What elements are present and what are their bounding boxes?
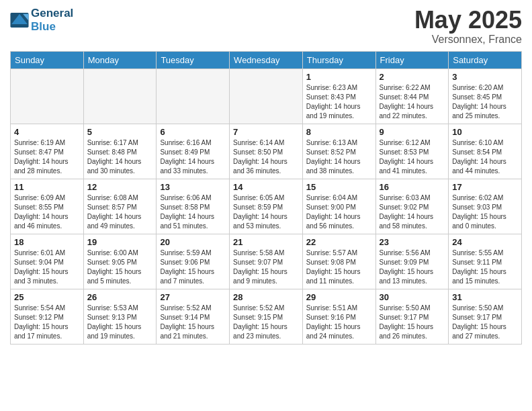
day-info: Sunrise: 5:56 AM Sunset: 9:09 PM Dayligh… xyxy=(380,248,445,286)
day-info: Sunrise: 6:23 AM Sunset: 8:43 PM Dayligh… xyxy=(306,83,372,121)
table-row: 4Sunrise: 6:19 AM Sunset: 8:47 PM Daylig… xyxy=(11,124,84,179)
table-row: 7Sunrise: 6:14 AM Sunset: 8:50 PM Daylig… xyxy=(230,124,303,179)
table-row: 3Sunrise: 6:20 AM Sunset: 8:45 PM Daylig… xyxy=(449,68,522,124)
day-number: 26 xyxy=(87,292,153,302)
day-number: 13 xyxy=(160,182,226,192)
day-number: 28 xyxy=(233,292,299,302)
day-number: 20 xyxy=(160,237,226,247)
table-row: 5Sunrise: 6:17 AM Sunset: 8:48 PM Daylig… xyxy=(83,124,157,179)
table-row xyxy=(230,68,303,124)
day-info: Sunrise: 6:05 AM Sunset: 8:59 PM Dayligh… xyxy=(233,193,299,231)
day-number: 4 xyxy=(14,127,80,137)
table-row: 8Sunrise: 6:13 AM Sunset: 8:52 PM Daylig… xyxy=(302,124,375,179)
logo-icon xyxy=(10,13,29,28)
table-row: 30Sunrise: 5:50 AM Sunset: 9:17 PM Dayli… xyxy=(375,289,449,344)
calendar-week-row: 4Sunrise: 6:19 AM Sunset: 8:47 PM Daylig… xyxy=(11,124,522,179)
day-info: Sunrise: 6:03 AM Sunset: 9:02 PM Dayligh… xyxy=(380,193,445,231)
day-number: 25 xyxy=(14,292,80,302)
table-row: 25Sunrise: 5:54 AM Sunset: 9:12 PM Dayli… xyxy=(11,289,84,344)
day-number: 2 xyxy=(380,72,445,82)
day-info: Sunrise: 5:54 AM Sunset: 9:12 PM Dayligh… xyxy=(14,304,80,341)
table-row: 20Sunrise: 5:59 AM Sunset: 9:06 PM Dayli… xyxy=(157,234,230,289)
table-row: 21Sunrise: 5:58 AM Sunset: 9:07 PM Dayli… xyxy=(230,234,303,289)
table-row: 19Sunrise: 6:00 AM Sunset: 9:05 PM Dayli… xyxy=(83,234,157,289)
header-saturday: Saturday xyxy=(449,51,522,68)
table-row xyxy=(83,68,157,124)
table-row: 14Sunrise: 6:05 AM Sunset: 8:59 PM Dayli… xyxy=(230,179,303,234)
table-row: 28Sunrise: 5:52 AM Sunset: 9:15 PM Dayli… xyxy=(230,289,303,344)
header: General Blue May 2025 Versonnex, France xyxy=(10,7,522,46)
weekday-header-row: Sunday Monday Tuesday Wednesday Thursday… xyxy=(11,51,522,68)
table-row: 9Sunrise: 6:12 AM Sunset: 8:53 PM Daylig… xyxy=(375,124,449,179)
day-info: Sunrise: 6:02 AM Sunset: 9:03 PM Dayligh… xyxy=(452,193,518,231)
day-info: Sunrise: 6:13 AM Sunset: 8:52 PM Dayligh… xyxy=(306,138,372,176)
day-info: Sunrise: 6:06 AM Sunset: 8:58 PM Dayligh… xyxy=(160,193,226,231)
day-number: 29 xyxy=(306,292,372,302)
day-number: 19 xyxy=(87,237,153,247)
day-info: Sunrise: 6:22 AM Sunset: 8:44 PM Dayligh… xyxy=(380,83,445,121)
table-row: 22Sunrise: 5:57 AM Sunset: 9:08 PM Dayli… xyxy=(302,234,375,289)
calendar-week-row: 25Sunrise: 5:54 AM Sunset: 9:12 PM Dayli… xyxy=(11,289,522,344)
day-number: 22 xyxy=(306,237,372,247)
table-row: 10Sunrise: 6:10 AM Sunset: 8:54 PM Dayli… xyxy=(449,124,522,179)
header-wednesday: Wednesday xyxy=(230,51,303,68)
table-row: 24Sunrise: 5:55 AM Sunset: 9:11 PM Dayli… xyxy=(449,234,522,289)
table-row: 6Sunrise: 6:16 AM Sunset: 8:49 PM Daylig… xyxy=(157,124,230,179)
calendar-week-row: 1Sunrise: 6:23 AM Sunset: 8:43 PM Daylig… xyxy=(11,68,522,124)
day-number: 24 xyxy=(452,237,518,247)
day-number: 15 xyxy=(306,182,372,192)
table-row: 13Sunrise: 6:06 AM Sunset: 8:58 PM Dayli… xyxy=(157,179,230,234)
day-number: 9 xyxy=(380,127,445,137)
day-number: 11 xyxy=(14,182,80,192)
table-row: 26Sunrise: 5:53 AM Sunset: 9:13 PM Dayli… xyxy=(83,289,157,344)
day-info: Sunrise: 6:09 AM Sunset: 8:55 PM Dayligh… xyxy=(14,193,80,231)
table-row: 11Sunrise: 6:09 AM Sunset: 8:55 PM Dayli… xyxy=(11,179,84,234)
table-row: 12Sunrise: 6:08 AM Sunset: 8:57 PM Dayli… xyxy=(83,179,157,234)
table-row: 1Sunrise: 6:23 AM Sunset: 8:43 PM Daylig… xyxy=(302,68,375,124)
day-info: Sunrise: 5:59 AM Sunset: 9:06 PM Dayligh… xyxy=(160,248,226,286)
header-monday: Monday xyxy=(83,51,157,68)
header-sunday: Sunday xyxy=(11,51,84,68)
calendar-page: General Blue May 2025 Versonnex, France … xyxy=(0,0,532,411)
day-number: 14 xyxy=(233,182,299,192)
location: Versonnex, France xyxy=(414,34,522,46)
day-info: Sunrise: 6:14 AM Sunset: 8:50 PM Dayligh… xyxy=(233,138,299,176)
title-block: May 2025 Versonnex, France xyxy=(414,7,522,46)
header-friday: Friday xyxy=(375,51,449,68)
day-info: Sunrise: 5:52 AM Sunset: 9:15 PM Dayligh… xyxy=(233,304,299,341)
day-number: 3 xyxy=(452,72,518,82)
day-info: Sunrise: 5:55 AM Sunset: 9:11 PM Dayligh… xyxy=(452,248,518,286)
day-number: 30 xyxy=(380,292,445,302)
header-tuesday: Tuesday xyxy=(157,51,230,68)
day-info: Sunrise: 5:53 AM Sunset: 9:13 PM Dayligh… xyxy=(87,304,153,341)
table-row: 2Sunrise: 6:22 AM Sunset: 8:44 PM Daylig… xyxy=(375,68,449,124)
day-info: Sunrise: 5:50 AM Sunset: 9:17 PM Dayligh… xyxy=(380,304,445,341)
table-row: 29Sunrise: 5:51 AM Sunset: 9:16 PM Dayli… xyxy=(302,289,375,344)
day-info: Sunrise: 6:10 AM Sunset: 8:54 PM Dayligh… xyxy=(452,138,518,176)
day-number: 27 xyxy=(160,292,226,302)
day-info: Sunrise: 6:19 AM Sunset: 8:47 PM Dayligh… xyxy=(14,138,80,176)
day-number: 6 xyxy=(160,127,226,137)
table-row: 27Sunrise: 5:52 AM Sunset: 9:14 PM Dayli… xyxy=(157,289,230,344)
day-info: Sunrise: 6:01 AM Sunset: 9:04 PM Dayligh… xyxy=(14,248,80,286)
header-thursday: Thursday xyxy=(302,51,375,68)
month-year: May 2025 xyxy=(414,7,522,34)
logo: General Blue xyxy=(10,7,73,33)
day-number: 23 xyxy=(380,237,445,247)
day-info: Sunrise: 5:57 AM Sunset: 9:08 PM Dayligh… xyxy=(306,248,372,286)
day-info: Sunrise: 6:20 AM Sunset: 8:45 PM Dayligh… xyxy=(452,83,518,121)
day-number: 17 xyxy=(452,182,518,192)
table-row: 15Sunrise: 6:04 AM Sunset: 9:00 PM Dayli… xyxy=(302,179,375,234)
day-info: Sunrise: 6:00 AM Sunset: 9:05 PM Dayligh… xyxy=(87,248,153,286)
day-info: Sunrise: 5:51 AM Sunset: 9:16 PM Dayligh… xyxy=(306,304,372,341)
day-number: 31 xyxy=(452,292,518,302)
day-info: Sunrise: 5:58 AM Sunset: 9:07 PM Dayligh… xyxy=(233,248,299,286)
table-row: 31Sunrise: 5:50 AM Sunset: 9:17 PM Dayli… xyxy=(449,289,522,344)
table-row xyxy=(157,68,230,124)
calendar-table: Sunday Monday Tuesday Wednesday Thursday… xyxy=(10,51,522,345)
table-row: 16Sunrise: 6:03 AM Sunset: 9:02 PM Dayli… xyxy=(375,179,449,234)
table-row: 17Sunrise: 6:02 AM Sunset: 9:03 PM Dayli… xyxy=(449,179,522,234)
day-number: 1 xyxy=(306,72,372,82)
calendar-week-row: 11Sunrise: 6:09 AM Sunset: 8:55 PM Dayli… xyxy=(11,179,522,234)
calendar-week-row: 18Sunrise: 6:01 AM Sunset: 9:04 PM Dayli… xyxy=(11,234,522,289)
